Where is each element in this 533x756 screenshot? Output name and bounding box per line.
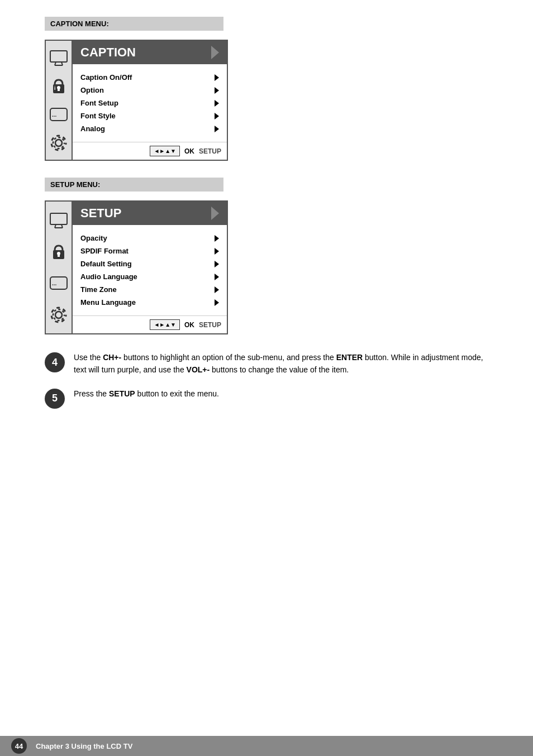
page-footer: 44 Chapter 3 Using the LCD TV [0,736,533,756]
setup-menu-diagram: ... SETUP OpacitySPDIF FormatDefault Set… [45,200,488,334]
setup-menu-footer: ◄►▲▼ OK SETUP [73,315,227,333]
footer-chapter-text: Chapter 3 Using the LCD TV [36,742,132,750]
setup-menu-header: SETUP [73,202,227,225]
caption-menu-item-arrow [215,100,219,107]
caption-menu-items: Caption On/OffOptionFont SetupFont Style… [73,64,227,142]
svg-rect-6 [58,88,60,91]
svg-point-10 [55,140,62,146]
caption-menu-item: Caption On/Off [80,71,219,84]
step-4-text: Use the CH+- buttons to highlight an opt… [74,351,488,376]
setup-lock-icon [49,242,69,262]
setup-gear-icon [49,305,69,325]
caption-menu-footer: ◄►▲▼ OK SETUP [73,142,227,160]
setup-menu-item: Menu Language [80,296,219,309]
svg-rect-0 [50,51,67,62]
setup-menu-bar-label: SETUP MENU: [45,178,223,192]
caption-menu-header-arrow [211,46,219,59]
page-number-badge: 44 [11,738,27,754]
cc-icon: ... [49,104,69,125]
setup-menu-item: Default Setting [80,257,219,270]
caption-menu-bar-label: CAPTION MENU: [45,17,223,31]
setup-footer-ok: OK [184,321,194,329]
caption-menu-item-arrow [215,113,219,119]
setup-menu-item: Opacity [80,232,219,245]
svg-rect-13 [50,213,67,224]
setup-menu-item-label: Menu Language [80,298,136,307]
setup-menu-item-arrow [215,261,219,267]
step-5-circle: 5 [45,389,65,409]
caption-menu-item-arrow [215,74,219,81]
caption-menu-item: Option [80,84,219,97]
setup-menu-item: Audio Language [80,270,219,283]
caption-menu-item: Analog [80,122,219,135]
caption-menu-header: CAPTION [73,41,227,64]
svg-text:...: ... [52,280,57,286]
step-4-section: 4 Use the CH+- buttons to highlight an o… [45,351,488,376]
svg-rect-19 [58,254,60,257]
step-5-section: 5 Press the SETUP button to exit the men… [45,387,488,409]
caption-footer-setup: SETUP [199,147,221,155]
setup-menu-header-arrow [211,207,219,220]
svg-text:i: i [54,85,56,91]
setup-menu-item-label: Default Setting [80,260,132,268]
setup-menu-icons: ... [45,200,72,334]
setup-menu-item: Time Zone [80,283,219,296]
step-5-text: Press the SETUP button to exit the menu. [74,387,219,400]
setup-menu-item: SPDIF Format [80,245,219,257]
setup-cc-icon: ... [49,273,69,293]
caption-menu-title: CAPTION [80,45,136,60]
step-4-circle: 4 [45,352,65,372]
setup-menu-panel: SETUP OpacitySPDIF FormatDefault Setting… [72,200,228,334]
caption-menu-item-label: Caption On/Off [80,73,132,82]
caption-menu-item-arrow [215,126,219,132]
svg-text:...: ... [52,112,57,118]
setup-menu-item-label: Audio Language [80,272,137,281]
caption-menu-item-label: Font Setup [80,99,118,107]
setup-menu-items: OpacitySPDIF FormatDefault SettingAudio … [73,225,227,315]
setup-tv-icon [49,210,69,230]
setup-menu-item-arrow [215,235,219,242]
setup-footer-setup: SETUP [199,321,221,329]
setup-menu-item-arrow [215,274,219,280]
caption-menu-panel: CAPTION Caption On/OffOptionFont SetupFo… [72,40,228,161]
caption-footer-nav: ◄►▲▼ [150,146,180,156]
caption-menu-diagram: i ... CAPTION [45,40,488,161]
setup-menu-item-label: Time Zone [80,285,117,294]
svg-point-22 [55,312,62,318]
caption-menu-item-label: Font Style [80,112,116,120]
caption-menu-item: Font Style [80,109,219,122]
caption-menu-item-label: Option [80,86,104,94]
setup-menu-item-label: Opacity [80,234,107,242]
setup-menu-item-arrow [215,248,219,255]
setup-menu-item-arrow [215,286,219,293]
tv-icon [49,47,69,68]
caption-menu-item-arrow [215,87,219,94]
lock-icon: i [49,76,69,96]
caption-menu-item-label: Analog [80,125,105,133]
gear-icon [49,133,69,153]
setup-menu-item-label: SPDIF Format [80,247,129,255]
caption-footer-ok: OK [184,147,194,155]
setup-menu-title: SETUP [80,206,121,221]
setup-menu-item-arrow [215,299,219,306]
caption-menu-icons: i ... [45,40,72,161]
caption-menu-item: Font Setup [80,97,219,109]
setup-footer-nav: ◄►▲▼ [150,319,180,330]
